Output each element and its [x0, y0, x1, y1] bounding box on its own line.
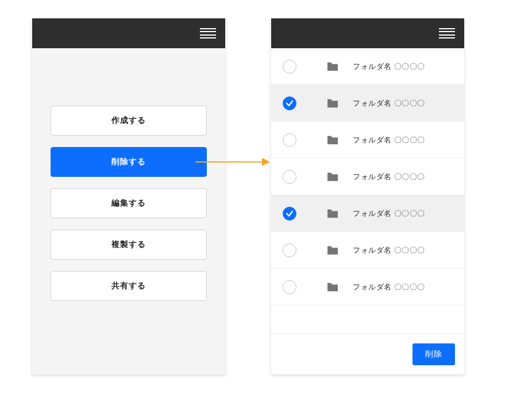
folder-list: フォルダ名 〇〇〇〇 フォルダ名 〇〇〇〇 フォルダ名 〇〇〇〇	[271, 48, 464, 334]
checkbox-unchecked-icon[interactable]	[283, 280, 296, 294]
share-button[interactable]: 共有する	[51, 271, 207, 301]
list-item[interactable]: フォルダ名 〇〇〇〇	[271, 195, 464, 232]
header-bar	[271, 18, 464, 48]
folder-name: フォルダ名 〇〇〇〇	[353, 172, 425, 182]
folder-icon	[326, 208, 339, 219]
checkbox-unchecked-icon[interactable]	[283, 60, 296, 74]
folder-icon	[326, 61, 339, 72]
menu-icon[interactable]	[200, 28, 216, 38]
list-item[interactable]: フォルダ名 〇〇〇〇	[271, 269, 464, 306]
duplicate-button[interactable]: 複製する	[51, 230, 207, 260]
confirm-delete-button[interactable]: 削除	[413, 343, 455, 365]
folder-name: フォルダ名 〇〇〇〇	[353, 245, 425, 256]
folder-name: フォルダ名 〇〇〇〇	[353, 98, 425, 109]
checkbox-unchecked-icon[interactable]	[283, 243, 296, 257]
checkbox-checked-icon[interactable]	[283, 207, 296, 221]
delete-button[interactable]: 削除する	[51, 147, 207, 177]
list-item[interactable]: フォルダ名 〇〇〇〇	[271, 232, 464, 269]
folder-icon	[326, 245, 339, 256]
menu-icon[interactable]	[439, 28, 455, 38]
folder-name: フォルダ名 〇〇〇〇	[353, 282, 425, 292]
svg-marker-1	[262, 158, 270, 166]
folder-name: フォルダ名 〇〇〇〇	[353, 61, 425, 72]
checkbox-unchecked-icon[interactable]	[283, 170, 296, 184]
list-item[interactable]: フォルダ名 〇〇〇〇	[271, 122, 464, 158]
create-button[interactable]: 作成する	[51, 106, 207, 136]
header-bar	[32, 18, 225, 48]
folder-name: フォルダ名 〇〇〇〇	[353, 135, 425, 145]
list-item[interactable]: フォルダ名 〇〇〇〇	[271, 85, 464, 122]
action-menu-screen: 作成する 削除する 編集する 複製する 共有する	[32, 18, 225, 374]
folder-name: フォルダ名 〇〇〇〇	[353, 208, 425, 219]
folder-icon	[326, 135, 339, 145]
list-item[interactable]: フォルダ名 〇〇〇〇	[271, 158, 464, 195]
folder-icon	[326, 282, 339, 292]
list-item[interactable]: フォルダ名 〇〇〇〇	[271, 48, 464, 85]
footer-bar: 削除	[271, 334, 464, 374]
folder-icon	[326, 98, 339, 109]
action-menu: 作成する 削除する 編集する 複製する 共有する	[32, 48, 225, 301]
folder-select-screen: フォルダ名 〇〇〇〇 フォルダ名 〇〇〇〇 フォルダ名 〇〇〇〇	[271, 18, 464, 374]
folder-icon	[326, 172, 339, 182]
checkbox-unchecked-icon[interactable]	[283, 133, 296, 147]
checkbox-checked-icon[interactable]	[283, 96, 296, 110]
edit-button[interactable]: 編集する	[51, 188, 207, 218]
